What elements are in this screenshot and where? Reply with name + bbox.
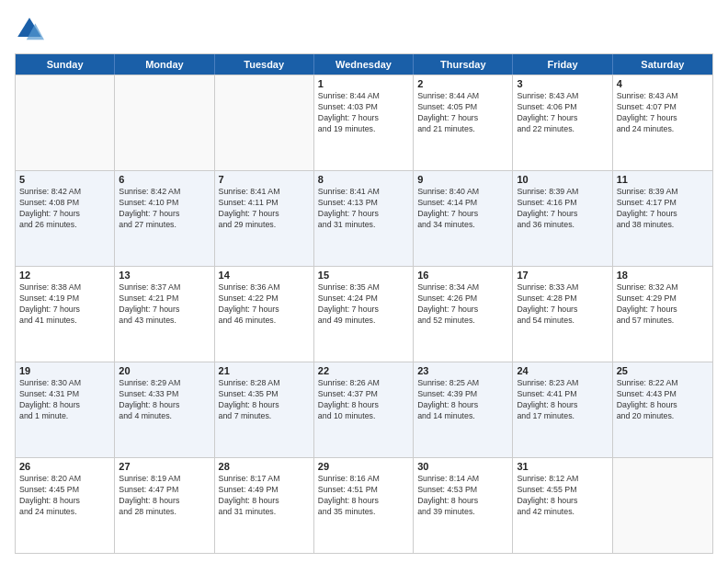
day-number: 21 bbox=[219, 365, 310, 376]
cell-text-line: Sunrise: 8:40 AM bbox=[417, 187, 508, 198]
cell-text-line: Daylight: 8 hours bbox=[119, 496, 210, 507]
calendar-header-cell: Monday bbox=[115, 54, 214, 75]
calendar-cell: 24Sunrise: 8:23 AMSunset: 4:41 PMDayligh… bbox=[513, 362, 612, 457]
cell-text-line: and 43 minutes. bbox=[119, 316, 210, 327]
cell-text-line: Sunset: 4:53 PM bbox=[417, 485, 508, 496]
cell-text-line: Sunset: 4:19 PM bbox=[19, 293, 110, 304]
calendar-cell: 14Sunrise: 8:36 AMSunset: 4:22 PMDayligh… bbox=[215, 267, 314, 362]
calendar-row: 12Sunrise: 8:38 AMSunset: 4:19 PMDayligh… bbox=[16, 266, 712, 362]
calendar-header-cell: Tuesday bbox=[215, 54, 314, 75]
cell-text-line: Daylight: 8 hours bbox=[219, 400, 310, 411]
cell-text-line: Sunset: 4:14 PM bbox=[417, 198, 508, 209]
cell-text-line: Sunrise: 8:35 AM bbox=[318, 282, 409, 293]
day-number: 31 bbox=[517, 461, 608, 472]
cell-text-line: Daylight: 7 hours bbox=[318, 209, 409, 220]
cell-text-line: Sunrise: 8:32 AM bbox=[617, 282, 709, 293]
calendar-row: 5Sunrise: 8:42 AMSunset: 4:08 PMDaylight… bbox=[16, 170, 712, 266]
cell-text-line: Daylight: 7 hours bbox=[417, 304, 508, 316]
cell-text-line: Daylight: 8 hours bbox=[318, 400, 409, 411]
cell-text-line: Sunrise: 8:16 AM bbox=[318, 474, 409, 485]
cell-text-line: Sunrise: 8:34 AM bbox=[417, 282, 508, 293]
cell-text-line: Sunset: 4:39 PM bbox=[417, 389, 508, 400]
cell-text-line: Daylight: 8 hours bbox=[318, 496, 409, 507]
cell-text-line: Sunset: 4:03 PM bbox=[318, 102, 409, 113]
calendar-cell: 31Sunrise: 8:12 AMSunset: 4:55 PMDayligh… bbox=[513, 458, 612, 553]
cell-text-line: Daylight: 8 hours bbox=[617, 400, 709, 411]
cell-text-line: Daylight: 7 hours bbox=[617, 209, 709, 220]
cell-text-line: and 22 minutes. bbox=[517, 124, 608, 135]
calendar-row: 19Sunrise: 8:30 AMSunset: 4:31 PMDayligh… bbox=[16, 362, 712, 457]
cell-text-line: and 31 minutes. bbox=[219, 507, 310, 518]
cell-text-line: Sunrise: 8:29 AM bbox=[119, 378, 210, 389]
cell-text-line: Sunrise: 8:17 AM bbox=[219, 474, 310, 485]
cell-text-line: Sunrise: 8:43 AM bbox=[517, 91, 608, 102]
cell-text-line: Daylight: 7 hours bbox=[119, 209, 210, 220]
calendar-row: 26Sunrise: 8:20 AMSunset: 4:45 PMDayligh… bbox=[16, 457, 712, 553]
cell-text-line: Sunrise: 8:30 AM bbox=[19, 378, 110, 389]
cell-text-line: Sunset: 4:33 PM bbox=[119, 389, 210, 400]
calendar-cell: 2Sunrise: 8:44 AMSunset: 4:05 PMDaylight… bbox=[414, 75, 513, 170]
cell-text-line: Daylight: 7 hours bbox=[219, 209, 310, 220]
day-number: 19 bbox=[19, 365, 110, 376]
cell-text-line: Daylight: 7 hours bbox=[318, 304, 409, 316]
calendar-cell: 4Sunrise: 8:43 AMSunset: 4:07 PMDaylight… bbox=[613, 75, 712, 170]
calendar-cell: 21Sunrise: 8:28 AMSunset: 4:35 PMDayligh… bbox=[215, 362, 314, 457]
cell-text-line: Sunrise: 8:22 AM bbox=[617, 378, 709, 389]
cell-text-line: Daylight: 7 hours bbox=[219, 304, 310, 316]
cell-text-line: Sunrise: 8:43 AM bbox=[617, 91, 709, 102]
day-number: 16 bbox=[417, 270, 508, 281]
cell-text-line: and 35 minutes. bbox=[318, 507, 409, 518]
calendar-cell: 7Sunrise: 8:41 AMSunset: 4:11 PMDaylight… bbox=[215, 171, 314, 266]
calendar-header-cell: Friday bbox=[513, 54, 612, 75]
cell-text-line: Sunset: 4:31 PM bbox=[19, 389, 110, 400]
day-number: 24 bbox=[517, 365, 608, 376]
cell-text-line: and 39 minutes. bbox=[417, 507, 508, 518]
cell-text-line: Sunset: 4:05 PM bbox=[417, 102, 508, 113]
cell-text-line: and 10 minutes. bbox=[318, 411, 409, 422]
calendar-cell: 26Sunrise: 8:20 AMSunset: 4:45 PMDayligh… bbox=[16, 458, 115, 553]
calendar-row: 1Sunrise: 8:44 AMSunset: 4:03 PMDaylight… bbox=[16, 75, 712, 170]
cell-text-line: and 17 minutes. bbox=[517, 411, 608, 422]
cell-text-line: Daylight: 7 hours bbox=[417, 113, 508, 124]
day-number: 22 bbox=[318, 365, 409, 376]
cell-text-line: and 27 minutes. bbox=[119, 220, 210, 231]
cell-text-line: Daylight: 8 hours bbox=[119, 400, 210, 411]
cell-text-line: Sunrise: 8:25 AM bbox=[417, 378, 508, 389]
calendar-cell: 9Sunrise: 8:40 AMSunset: 4:14 PMDaylight… bbox=[414, 171, 513, 266]
header bbox=[15, 15, 713, 44]
cell-text-line: Daylight: 7 hours bbox=[517, 113, 608, 124]
calendar-cell: 25Sunrise: 8:22 AMSunset: 4:43 PMDayligh… bbox=[613, 362, 712, 457]
cell-text-line: Daylight: 7 hours bbox=[318, 113, 409, 124]
day-number: 11 bbox=[617, 174, 709, 185]
day-number: 4 bbox=[617, 78, 709, 89]
cell-text-line: and 7 minutes. bbox=[219, 411, 310, 422]
calendar-cell: 13Sunrise: 8:37 AMSunset: 4:21 PMDayligh… bbox=[115, 267, 214, 362]
day-number: 8 bbox=[318, 174, 409, 185]
cell-text-line: Sunset: 4:16 PM bbox=[517, 198, 608, 209]
cell-text-line: and 41 minutes. bbox=[19, 316, 110, 327]
day-number: 13 bbox=[119, 270, 210, 281]
cell-text-line: Sunset: 4:35 PM bbox=[219, 389, 310, 400]
cell-text-line: and 31 minutes. bbox=[318, 220, 409, 231]
calendar-cell: 15Sunrise: 8:35 AMSunset: 4:24 PMDayligh… bbox=[314, 267, 414, 362]
cell-text-line: and 34 minutes. bbox=[417, 220, 508, 231]
cell-text-line: and 26 minutes. bbox=[19, 220, 110, 231]
cell-text-line: Daylight: 7 hours bbox=[517, 304, 608, 316]
cell-text-line: Sunrise: 8:12 AM bbox=[517, 474, 608, 485]
cell-text-line: Sunset: 4:08 PM bbox=[19, 198, 110, 209]
cell-text-line: and 38 minutes. bbox=[617, 220, 709, 231]
cell-text-line: Sunset: 4:06 PM bbox=[517, 102, 608, 113]
cell-text-line: and 4 minutes. bbox=[119, 411, 210, 422]
cell-text-line: and 24 minutes. bbox=[617, 124, 709, 135]
calendar: SundayMondayTuesdayWednesdayThursdayFrid… bbox=[15, 53, 713, 554]
cell-text-line: Sunrise: 8:37 AM bbox=[119, 282, 210, 293]
calendar-cell: 1Sunrise: 8:44 AMSunset: 4:03 PMDaylight… bbox=[314, 75, 414, 170]
calendar-cell: 12Sunrise: 8:38 AMSunset: 4:19 PMDayligh… bbox=[16, 267, 115, 362]
cell-text-line: and 1 minute. bbox=[19, 411, 110, 422]
cell-text-line: Daylight: 7 hours bbox=[19, 304, 110, 316]
calendar-cell: 23Sunrise: 8:25 AMSunset: 4:39 PMDayligh… bbox=[414, 362, 513, 457]
logo-icon bbox=[15, 15, 44, 44]
cell-text-line: and 54 minutes. bbox=[517, 316, 608, 327]
calendar-cell bbox=[115, 75, 214, 170]
cell-text-line: Sunset: 4:45 PM bbox=[19, 485, 110, 496]
